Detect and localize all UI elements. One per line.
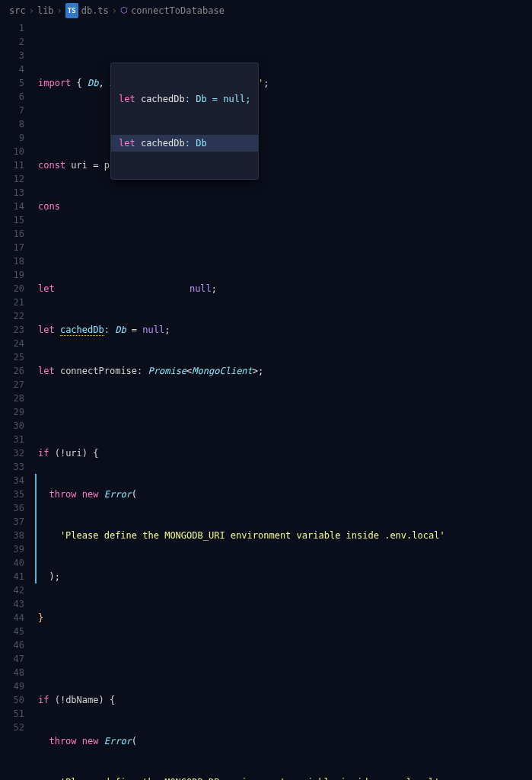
breadcrumb-folder[interactable]: src (9, 4, 26, 18)
autocomplete-popup[interactable]: let cachedDb: Db = null; let cachedDb: D… (110, 62, 259, 180)
suggest-item-selected[interactable]: let cachedDb: Db (111, 135, 258, 152)
code-area[interactable]: import { Db, MongoClient } from 'mongodb… (38, 21, 532, 780)
breadcrumb-sep: › (57, 4, 62, 18)
line-number-gutter: 1234567891011121314151617181920212223242… (0, 21, 38, 780)
suggest-item[interactable]: let cachedDb: Db = null; (111, 91, 258, 107)
breadcrumb-file[interactable]: db.ts (81, 4, 109, 18)
ts-badge-icon: TS (65, 3, 78, 18)
breadcrumb-folder[interactable]: lib (37, 4, 54, 18)
function-icon: ⬡ (120, 4, 128, 18)
code-editor[interactable]: 1234567891011121314151617181920212223242… (0, 21, 532, 780)
git-change-bar (35, 474, 37, 583)
breadcrumb[interactable]: src › lib › TS db.ts › ⬡ connectToDataba… (0, 0, 532, 21)
breadcrumb-symbol[interactable]: connectToDatabase (131, 4, 225, 18)
breadcrumb-sep: › (112, 4, 117, 18)
breadcrumb-sep: › (29, 4, 34, 18)
